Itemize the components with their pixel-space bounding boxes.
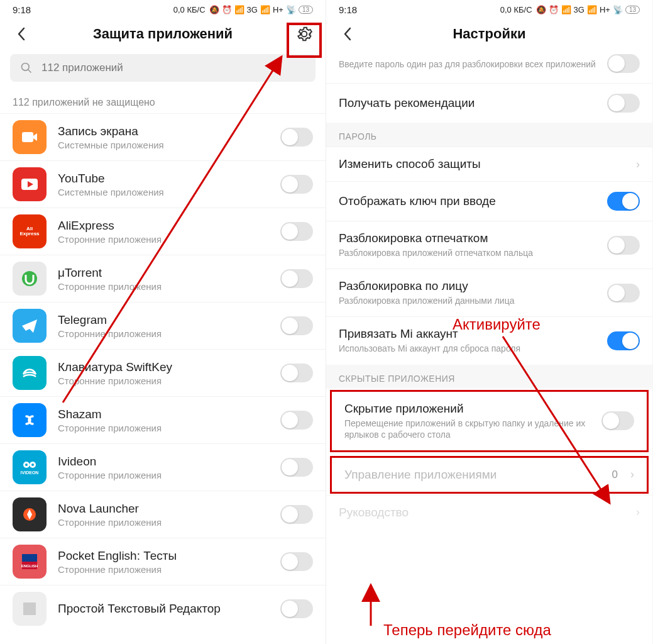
setting-hide-apps[interactable]: Скрытие приложений Перемещение приложени… [330, 390, 649, 452]
status-icons: 🔕 ⏰ 📶 3G 📶 H+ 📡 13 [209, 5, 313, 14]
app-row[interactable]: IVIDEON Ivideon Сторонние приложения [0, 443, 326, 491]
search-input[interactable] [41, 62, 305, 74]
app-text: Ivideon Сторонние приложения [58, 455, 269, 480]
setting-title: Разблокировка по лицу [339, 279, 598, 293]
app-name: Telegram [58, 313, 269, 327]
app-sub: Системные приложения [58, 140, 269, 150]
search-bar[interactable] [10, 54, 316, 82]
setting-title: Управление приложениями [344, 468, 603, 482]
app-text: AliExpress Сторонние приложения [58, 219, 269, 245]
section-hidden: СКРЫТЫЕ ПРИЛОЖЕНИЯ [326, 365, 652, 389]
app-row[interactable]: Shazam Сторонние приложения [0, 396, 326, 443]
setting-group-unlock[interactable]: Введите пароль один раз для разблокировк… [326, 54, 652, 83]
battery-icon: 13 [299, 6, 313, 14]
app-icon-telegram [13, 309, 47, 343]
setting-recommendations[interactable]: Получать рекомендации [326, 83, 652, 123]
app-icon-utorrent [13, 262, 47, 296]
app-icon-swiftkey [13, 356, 47, 390]
app-text: Nova Launcher Сторонние приложения [58, 502, 269, 528]
app-toggle[interactable] [280, 552, 313, 571]
app-text: Запись экрана Системные приложения [58, 125, 269, 150]
status-time: 9:18 [339, 4, 357, 15]
toggle[interactable] [607, 94, 640, 113]
setting-manage-apps[interactable]: Управление приложениями 0 › [330, 456, 649, 494]
app-toggle[interactable] [280, 128, 313, 147]
app-name: AliExpress [58, 219, 269, 233]
svg-rect-14 [23, 602, 36, 615]
app-list: Запись экрана Системные приложения YouTu… [0, 113, 326, 632]
toggle[interactable] [607, 284, 640, 303]
setting-sub: Перемещение приложений в скрытую папку и… [344, 418, 593, 440]
app-text: Shazam Сторонние приложения [58, 408, 269, 433]
back-button[interactable] [13, 25, 30, 43]
screen-right: 9:18 0,0 КБ/С 🔕 ⏰ 📶 3G 📶 H+ 📡 13 Настрой… [326, 0, 652, 644]
app-row[interactable]: Telegram Сторонние приложения [0, 302, 326, 349]
setting-face[interactable]: Разблокировка по лицу Разблокировка прил… [326, 269, 652, 316]
setting-title: Получать рекомендации [339, 96, 598, 110]
app-row[interactable]: ENGLISH Pocket English: Тесты Сторонние … [0, 538, 326, 585]
app-sub: Сторонние приложения [58, 281, 269, 292]
app-sub: Сторонние приложения [58, 564, 269, 575]
toggle[interactable] [607, 54, 640, 73]
app-toggle[interactable] [280, 411, 313, 430]
header-left: Защита приложений [0, 19, 326, 54]
app-icon-pocket: ENGLISH [13, 545, 47, 579]
screen-left: 9:18 0,0 КБ/С 🔕 ⏰ 📶 3G 📶 H+ 📡 13 Защита … [0, 0, 326, 644]
search-icon [20, 62, 33, 74]
app-sub: Сторонние приложения [58, 517, 269, 528]
app-row[interactable]: AliExpress AliExpress Сторонние приложен… [0, 208, 326, 255]
page-title-right: Настройки [356, 26, 622, 42]
app-name: Shazam [58, 408, 269, 421]
setting-fingerprint[interactable]: Разблокировка отпечатком Разблокировка п… [326, 221, 652, 269]
back-button[interactable] [339, 25, 356, 43]
app-toggle[interactable] [280, 599, 313, 618]
status-icons: 🔕 ⏰ 📶 3G 📶 H+ 📡 13 [536, 5, 640, 14]
app-toggle[interactable] [280, 364, 313, 382]
svg-point-0 [22, 64, 30, 71]
app-text: Telegram Сторонние приложения [58, 313, 269, 339]
app-icon-camera [13, 120, 47, 154]
app-row[interactable]: YouTube Системные приложения [0, 160, 326, 208]
app-text: YouTube Системные приложения [58, 172, 269, 197]
setting-change-method[interactable]: Изменить способ защиты › [326, 147, 652, 181]
app-toggle[interactable] [280, 316, 313, 335]
header-right: Настройки [326, 19, 652, 54]
signal-icon: 📶 [561, 5, 571, 14]
app-sub: Сторонние приложения [58, 234, 269, 245]
toggle[interactable] [607, 192, 640, 211]
app-name: Ivideon [58, 455, 269, 469]
app-toggle[interactable] [280, 458, 313, 477]
status-speed: 0,0 КБ/С [500, 5, 532, 14]
app-row[interactable]: μTorrent Сторонние приложения [0, 255, 326, 302]
app-icon-ivideon: IVIDEON [13, 450, 47, 484]
app-toggle[interactable] [280, 269, 313, 288]
app-text: Клавиатура SwiftKey Сторонние приложения [58, 360, 269, 386]
app-text: Pocket English: Тесты Сторонние приложен… [58, 549, 269, 575]
app-name: Nova Launcher [58, 502, 269, 516]
app-row[interactable]: Запись экрана Системные приложения [0, 113, 326, 160]
app-sub: Сторонние приложения [58, 328, 269, 339]
app-row[interactable]: Клавиатура SwiftKey Сторонние приложения [0, 349, 326, 396]
svg-text:ENGLISH: ENGLISH [21, 564, 38, 568]
app-name: μTorrent [58, 266, 269, 280]
setting-mi-account[interactable]: Привязать Mi аккаунт Использовать Mi акк… [326, 316, 652, 364]
setting-show-key[interactable]: Отображать ключ при вводе [326, 181, 652, 221]
app-toggle[interactable] [280, 505, 313, 524]
app-toggle[interactable] [280, 175, 313, 194]
svg-text:IVIDEON: IVIDEON [21, 470, 39, 475]
toggle[interactable] [607, 331, 640, 350]
app-row[interactable]: Nova Launcher Сторонние приложения [0, 491, 326, 538]
mute-icon: 🔕 [536, 5, 546, 14]
app-toggle[interactable] [280, 222, 313, 241]
net-hplus: H+ [273, 5, 283, 14]
setting-sub: Разблокировка приложений данными лица [339, 295, 598, 306]
toggle[interactable] [607, 236, 640, 255]
setting-guide[interactable]: Руководство › [326, 495, 652, 530]
app-row[interactable]: Простой Текстовый Редактор [0, 585, 326, 632]
mute-icon: 🔕 [209, 5, 219, 14]
net-3g: 3G [574, 5, 584, 14]
page-title: Защита приложений [30, 26, 295, 42]
setting-title: Разблокировка отпечатком [339, 231, 598, 245]
setting-value: 0 [612, 469, 618, 481]
toggle[interactable] [601, 411, 634, 430]
